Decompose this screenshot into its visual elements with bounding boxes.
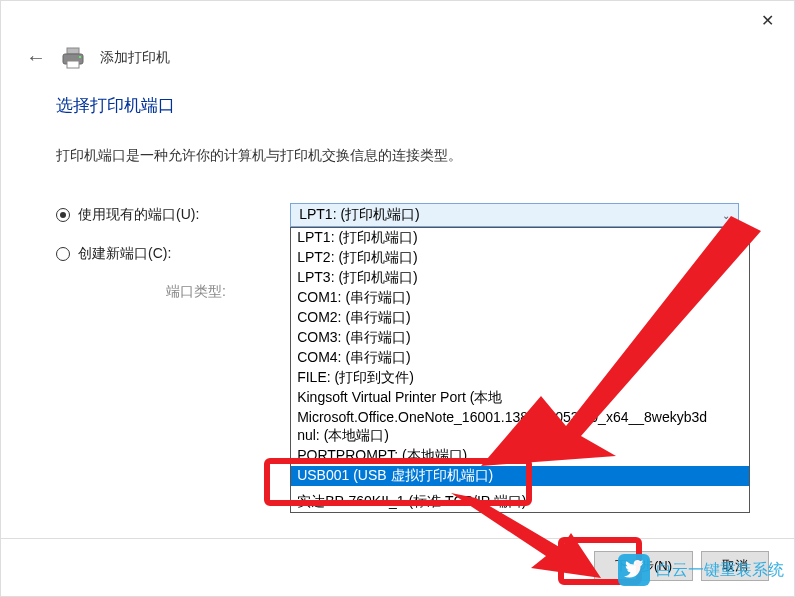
content-area: 选择打印机端口 打印机端口是一种允许你的计算机与打印机交换信息的连接类型。 使用…	[1, 69, 794, 301]
dropdown-item[interactable]: COM2: (串行端口)	[291, 308, 749, 328]
radio-unchecked-icon	[56, 247, 70, 261]
create-new-label: 创建新端口(C):	[78, 245, 171, 263]
wizard-header: ← 添加打印机	[1, 1, 794, 69]
dropdown-item[interactable]: COM1: (串行端口)	[291, 288, 749, 308]
watermark-text: 白云一键重装系统	[656, 560, 784, 581]
watermark-icon	[618, 554, 650, 586]
printer-icon	[61, 47, 85, 69]
page-description: 打印机端口是一种允许你的计算机与打印机交换信息的连接类型。	[56, 147, 739, 165]
port-dropdown-list[interactable]: LPT1: (打印机端口)LPT2: (打印机端口)LPT3: (打印机端口)C…	[290, 227, 750, 513]
page-subtitle: 选择打印机端口	[56, 94, 739, 117]
footer-divider	[1, 538, 794, 539]
combo-selected-text: LPT1: (打印机端口)	[299, 206, 420, 224]
watermark-text-group: 白云一键重装系统	[656, 560, 784, 581]
dropdown-item[interactable]: PORTPROMPT: (本地端口)	[291, 446, 749, 466]
use-existing-radio[interactable]: 使用现有的端口(U):	[56, 206, 290, 224]
dropdown-item[interactable]: nul: (本地端口)	[291, 426, 749, 446]
dropdown-item[interactable]: Kingsoft Virtual Printer Port (本地	[291, 388, 749, 408]
dropdown-item[interactable]: USB001 (USB 虚拟打印机端口)	[291, 466, 749, 486]
use-existing-label: 使用现有的端口(U):	[78, 206, 199, 224]
wizard-title: 添加打印机	[100, 49, 170, 67]
svg-rect-0	[67, 48, 79, 54]
dropdown-item[interactable]: COM3: (串行端口)	[291, 328, 749, 348]
dropdown-item[interactable]: LPT3: (打印机端口)	[291, 268, 749, 288]
radio-checked-icon	[56, 208, 70, 222]
dropdown-item[interactable]: COM4: (串行端口)	[291, 348, 749, 368]
svg-rect-2	[67, 61, 79, 68]
dropdown-item[interactable]: 实达BP-760KII_1 (标准 TCP/IP 端口)	[291, 492, 749, 512]
combo-selected-value[interactable]: LPT1: (打印机端口) ⌄	[290, 203, 739, 227]
close-button[interactable]: ✕	[761, 11, 774, 30]
port-combobox[interactable]: LPT1: (打印机端口) ⌄ LPT1: (打印机端口)LPT2: (打印机端…	[290, 203, 739, 227]
use-existing-port-row: 使用现有的端口(U): LPT1: (打印机端口) ⌄ LPT1: (打印机端口…	[56, 203, 739, 227]
svg-point-3	[79, 56, 81, 58]
dropdown-item[interactable]: FILE: (打印到文件)	[291, 368, 749, 388]
create-new-radio[interactable]: 创建新端口(C):	[56, 245, 296, 263]
port-type-label: 端口类型:	[56, 283, 296, 301]
chevron-down-icon: ⌄	[722, 210, 730, 221]
dropdown-item[interactable]: LPT1: (打印机端口)	[291, 228, 749, 248]
back-arrow-icon[interactable]: ←	[26, 46, 46, 69]
watermark: 白云一键重装系统	[618, 554, 784, 586]
dropdown-item[interactable]: Microsoft.Office.OneNote_16001.13801.205…	[291, 408, 749, 426]
dropdown-item[interactable]: LPT2: (打印机端口)	[291, 248, 749, 268]
